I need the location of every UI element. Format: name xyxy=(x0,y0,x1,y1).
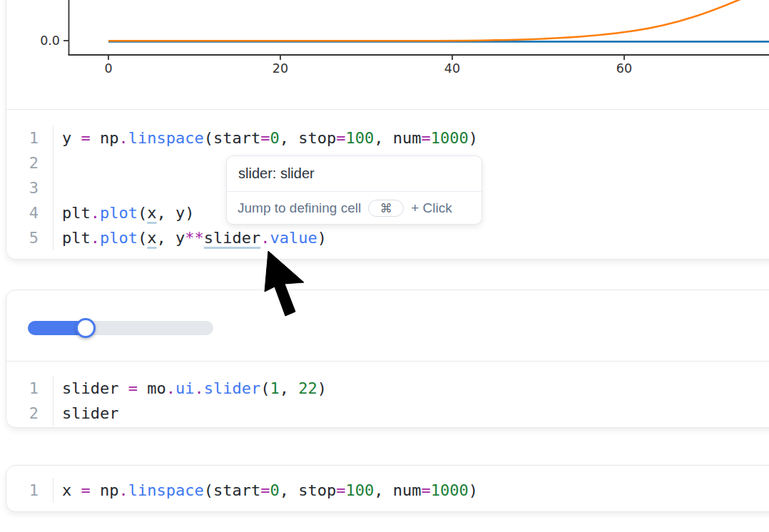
slider-track[interactable] xyxy=(28,321,213,335)
line-number: 5 xyxy=(6,225,54,250)
line-number: 1 xyxy=(6,126,54,150)
code-text: y = np.linspace(start=0, stop=100, num=1… xyxy=(54,129,478,147)
slider-thumb[interactable] xyxy=(76,318,96,338)
line-number: 1 xyxy=(6,376,54,401)
code-editor[interactable]: 1x = np.linspace(start=0, stop=100, num=… xyxy=(6,466,769,512)
code-text: plt.plot(x, y) xyxy=(54,204,194,222)
notebook-cell-slider: 1slider = mo.ui.slider(1, 22)2slider xyxy=(6,290,769,428)
line-number: 2 xyxy=(6,150,54,175)
code-line[interactable]: 1y = np.linspace(start=0, stop=100, num=… xyxy=(6,126,769,150)
plot-output-area xyxy=(6,0,769,110)
code-line[interactable]: 1slider = mo.ui.slider(1, 22) xyxy=(6,376,769,401)
tooltip-footer: Jump to defining cell ⌘ + Click xyxy=(227,192,482,225)
code-line[interactable]: 5plt.plot(x, y**slider.value) xyxy=(6,225,769,250)
variable-tooltip: slider: slider Jump to defining cell ⌘ +… xyxy=(226,155,482,225)
command-key-icon: ⌘ xyxy=(368,200,404,217)
code-editor[interactable]: 1slider = mo.ui.slider(1, 22)2slider xyxy=(6,362,769,429)
line-number: 2 xyxy=(6,401,54,426)
tooltip-click-hint: + Click xyxy=(411,200,452,216)
code-text: slider = mo.ui.slider(1, 22) xyxy=(54,379,327,397)
code-text: x = np.linspace(start=0, stop=100, num=1… xyxy=(54,481,478,499)
slider-output-area xyxy=(6,290,769,362)
line-number: 4 xyxy=(6,200,54,225)
line-number: 3 xyxy=(6,175,54,200)
line-number: 1 xyxy=(6,478,54,503)
notebook-cell-x: 1x = np.linspace(start=0, stop=100, num=… xyxy=(6,465,769,512)
tooltip-title: slider: slider xyxy=(227,156,482,192)
code-text: plt.plot(x, y**slider.value) xyxy=(54,229,327,247)
code-line[interactable]: 2slider xyxy=(6,401,769,426)
notebook-page: 1y = np.linspace(start=0, stop=100, num=… xyxy=(0,0,769,532)
code-line[interactable]: 1x = np.linspace(start=0, stop=100, num=… xyxy=(6,478,769,503)
code-text: slider xyxy=(54,404,118,422)
tooltip-action-label: Jump to defining cell xyxy=(238,200,361,216)
